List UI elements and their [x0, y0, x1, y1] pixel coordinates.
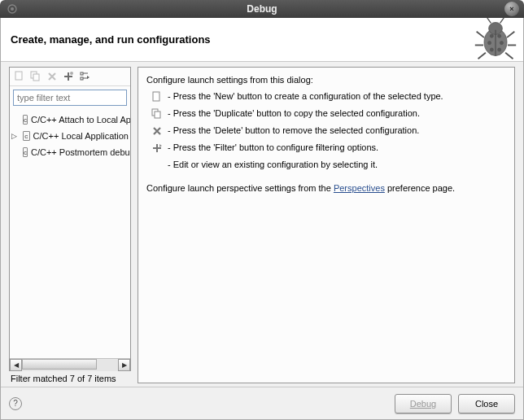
svg-point-16	[70, 72, 73, 75]
filter-wrap	[10, 86, 130, 109]
step-filter: - Press the 'Filter' button to configure…	[151, 142, 506, 154]
svg-point-8	[500, 42, 503, 45]
step-text: - Press the 'New' button to create a con…	[168, 90, 443, 102]
svg-rect-15	[68, 72, 69, 81]
step-text: - Edit or view an existing configuration…	[168, 159, 378, 170]
bug-icon	[473, 16, 518, 62]
scroll-left-button[interactable]: ◀	[10, 359, 22, 371]
tree-label: C/C++ Local Application	[33, 131, 129, 141]
blank-icon	[151, 160, 163, 171]
perspective-line: Configure launch perspective settings fr…	[146, 182, 506, 194]
step-text: - Press the 'Delete' button to remove th…	[168, 125, 419, 136]
delete-icon	[151, 125, 163, 137]
step-duplicate: - Press the 'Duplicate' button to copy t…	[151, 107, 506, 120]
step-text: - Press the 'Duplicate' button to copy t…	[168, 107, 420, 119]
svg-point-10	[498, 48, 501, 51]
sidebar-toolbar	[10, 68, 130, 86]
new-icon	[151, 91, 163, 103]
filter-status: Filter matched 7 of 7 items	[9, 371, 131, 383]
detail-pane: Configure launch settings from this dial…	[138, 67, 515, 383]
config-tree: c C/C++ Attach to Local Application ▷ c …	[10, 109, 130, 358]
svg-rect-13	[33, 74, 39, 81]
svg-point-9	[490, 48, 493, 51]
scroll-thumb[interactable]	[22, 359, 97, 370]
scroll-track[interactable]	[22, 359, 118, 371]
help-button[interactable]: ?	[9, 397, 22, 410]
svg-point-5	[490, 34, 493, 37]
svg-point-6	[498, 34, 501, 37]
filter-button[interactable]	[62, 70, 75, 83]
h-scrollbar[interactable]: ◀ ▶	[10, 358, 130, 370]
step-delete: - Press the 'Delete' button to remove th…	[151, 125, 506, 137]
header: Create, manage, and run configurations	[1, 18, 523, 62]
svg-point-1	[11, 7, 14, 11]
tree-label: C/C++ Postmortem debugger	[31, 147, 130, 157]
tree-item-attach[interactable]: c C/C++ Attach to Local Application	[11, 112, 129, 128]
duplicate-button[interactable]	[29, 70, 42, 83]
perspective-suffix: preference page.	[385, 183, 455, 193]
main-area: c C/C++ Attach to Local Application ▷ c …	[1, 62, 523, 387]
intro-text: Configure launch settings from this dial…	[146, 74, 506, 85]
tree-arrow[interactable]: ▷	[11, 132, 20, 140]
step-edit: - Edit or view an existing configuration…	[151, 159, 506, 171]
filter-icon	[151, 142, 163, 154]
footer: ? Debug Close	[1, 387, 523, 419]
perspectives-link[interactable]: Perspectives	[334, 183, 385, 193]
collapse-button[interactable]	[78, 70, 91, 83]
close-button[interactable]: Close	[458, 394, 515, 413]
tree-item-local[interactable]: ▷ c C/C++ Local Application	[11, 128, 129, 144]
titlebar: Debug ×	[0, 0, 524, 18]
svg-rect-23	[156, 144, 158, 152]
c-app-icon: c	[23, 115, 28, 125]
debug-button: Debug	[395, 394, 452, 413]
delete-button[interactable]	[46, 70, 59, 83]
new-button[interactable]	[13, 70, 26, 83]
filter-input[interactable]	[13, 90, 127, 106]
step-new: - Press the 'New' button to create a con…	[151, 90, 506, 103]
tree-label: C/C++ Attach to Local Application	[31, 115, 130, 125]
perspective-prefix: Configure launch perspective settings fr…	[146, 183, 334, 193]
c-app-icon: c	[23, 131, 30, 141]
duplicate-icon	[151, 108, 163, 120]
scroll-right-button[interactable]: ▶	[118, 359, 130, 371]
header-title: Create, manage, and run configurations	[11, 33, 211, 46]
footer-buttons: Debug Close	[395, 394, 515, 413]
svg-rect-17	[81, 72, 83, 75]
window-close-button[interactable]: ×	[504, 2, 519, 16]
app-icon	[5, 3, 20, 15]
svg-rect-21	[155, 112, 160, 118]
sidebar: c C/C++ Attach to Local Application ▷ c …	[9, 67, 131, 371]
c-app-icon: c	[23, 147, 28, 157]
svg-point-7	[487, 42, 491, 45]
dialog-body: Create, manage, and run configurations	[0, 18, 524, 420]
step-text: - Press the 'Filter' button to configure…	[168, 142, 378, 153]
window-title: Debug	[20, 3, 504, 15]
svg-rect-18	[81, 77, 83, 80]
tree-item-postmortem[interactable]: c C/C++ Postmortem debugger	[11, 144, 129, 160]
